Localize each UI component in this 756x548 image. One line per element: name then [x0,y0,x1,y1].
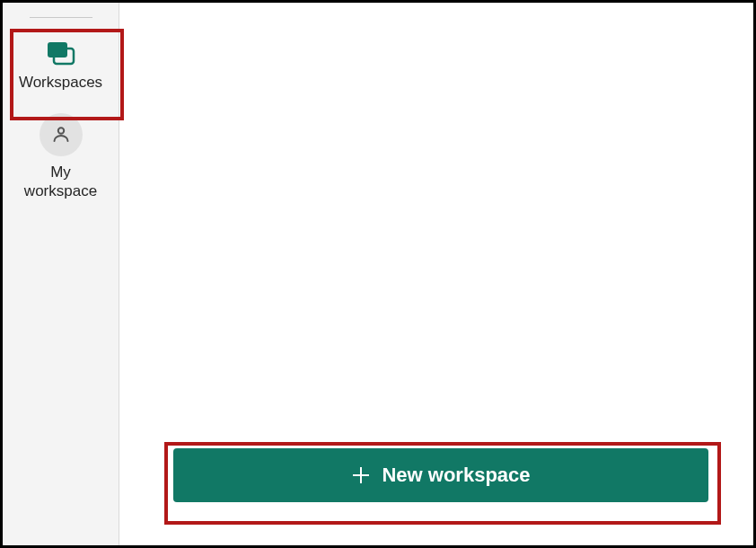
svg-point-2 [57,128,63,134]
sidebar-item-label: My workspace [24,164,97,200]
plus-icon [351,465,371,485]
workspaces-icon [45,40,77,66]
svg-rect-1 [48,42,67,57]
app-window: Workspaces My workspace New workspace [0,0,756,548]
main-content: New workspace [119,3,753,545]
sidebar-divider [30,17,92,18]
person-icon [40,113,83,156]
new-workspace-label: New workspace [382,464,530,487]
sidebar: Workspaces My workspace [3,3,119,545]
sidebar-item-workspaces[interactable]: Workspaces [3,31,119,104]
sidebar-item-label: Workspaces [19,74,102,92]
new-workspace-button[interactable]: New workspace [173,448,708,502]
sidebar-item-my-workspace[interactable]: My workspace [3,104,119,213]
